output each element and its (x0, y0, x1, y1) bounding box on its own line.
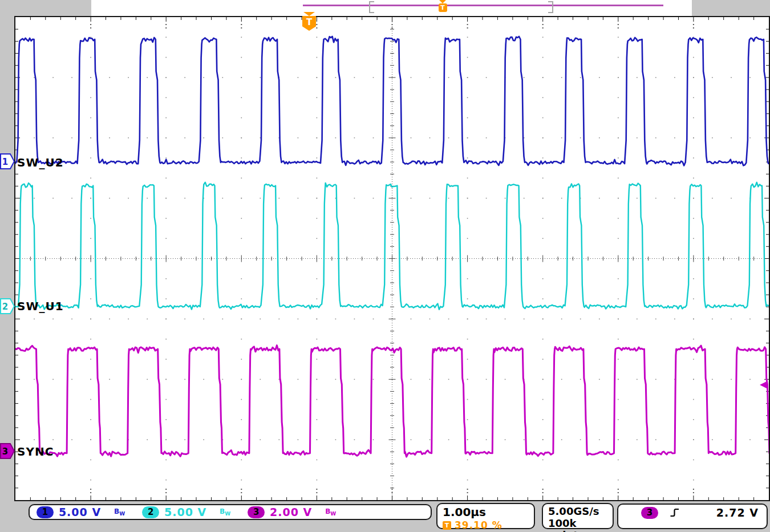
acquisition-overview-bar: T (91, 0, 692, 17)
channel-readouts-box[interactable]: 1 5.00 V BW 2 5.00 V BW 3 2.00 V BW (29, 504, 432, 520)
channel3-readout[interactable]: 3 2.00 V BW (248, 506, 353, 518)
channel1-readout[interactable]: 1 5.00 V BW (37, 506, 142, 518)
view-window-bracket-right[interactable] (548, 1, 553, 13)
channel2-badge[interactable]: 2 (142, 506, 159, 518)
record-length-readout: 100k points (548, 517, 613, 532)
waveform-label-ch1: SW_U2 (17, 156, 64, 169)
horizontal-readout-box[interactable]: 1.00µs T 39.10 % (436, 503, 535, 529)
trigger-position-flag[interactable]: T (302, 12, 316, 31)
waveform-label-ch2: SW_U1 (17, 299, 64, 313)
channel3-position-marker[interactable]: 3 (0, 443, 15, 462)
trigger-flag-arrow-icon (303, 12, 315, 16)
trigger-level-readout: 2.72 V (716, 506, 759, 519)
waveform-display: SW_U2 SW_U1 SYNC (14, 16, 770, 501)
sample-rate-readout: 5.00GS/s (548, 505, 613, 517)
channel1-scale: 5.00 V (54, 506, 106, 518)
channel2-scale: 5.00 V (159, 506, 212, 518)
trigger-position-mini-icon[interactable]: T (438, 0, 447, 12)
channel3-scale: 2.00 V (265, 506, 317, 518)
rising-edge-icon (670, 507, 680, 518)
oscilloscope-screen: T SW_U2 SW_U1 SYNC T 1 2 3 1 5.00 V BW (0, 0, 770, 532)
channel3-marker-number: 3 (2, 446, 8, 457)
channel2-position-marker[interactable]: 2 (0, 298, 15, 317)
trigger-position-readout: T 39.10 % (443, 519, 534, 531)
channel3-badge[interactable]: 3 (248, 506, 265, 518)
waveform-plot (15, 17, 769, 500)
trigger-source-badge[interactable]: 3 (641, 507, 658, 519)
trigger-position-value: 39.10 % (455, 519, 502, 531)
trigger-mini-t-icon: T (439, 3, 447, 12)
view-window-bracket-left[interactable] (369, 1, 374, 13)
bandwidth-limit-icon: BW (220, 507, 230, 517)
channel2-marker-number: 2 (2, 302, 8, 312)
timebase-readout: 1.00µs (443, 505, 534, 519)
acquisition-readout-box[interactable]: 5.00GS/s 100k points (542, 503, 614, 529)
channel1-marker-number: 1 (2, 157, 8, 167)
channel1-position-marker[interactable]: 1 (0, 153, 15, 172)
bandwidth-limit-icon: BW (325, 507, 336, 517)
bandwidth-limit-icon: BW (114, 507, 125, 517)
trigger-level-arrow-icon[interactable] (760, 381, 768, 389)
trigger-t-icon: T (443, 521, 451, 530)
acquisition-record-line (303, 5, 663, 6)
trigger-flag-t-icon: T (302, 16, 316, 31)
channel2-readout[interactable]: 2 5.00 V BW (142, 506, 248, 518)
channel1-badge[interactable]: 1 (37, 506, 54, 518)
trigger-readout-box[interactable]: 3 2.72 V (617, 503, 768, 529)
waveform-label-ch3: SYNC (17, 445, 54, 458)
